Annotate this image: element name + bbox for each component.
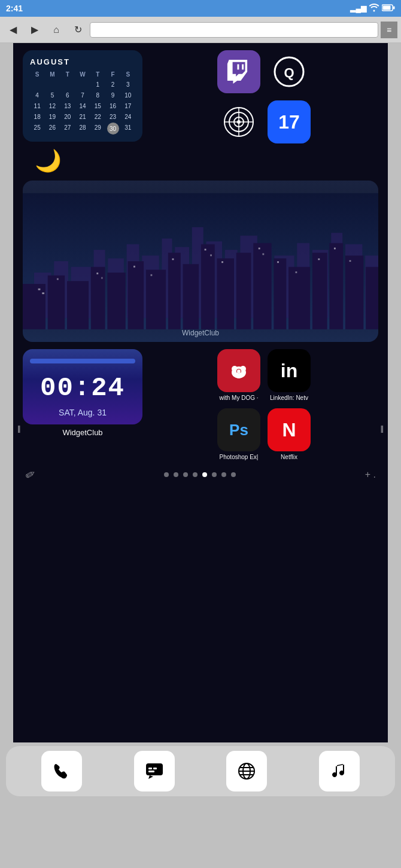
dot-7[interactable] bbox=[221, 472, 226, 477]
page-left-indicator: ▌ bbox=[18, 426, 22, 432]
svg-rect-61 bbox=[205, 249, 206, 250]
plus-icon: + . bbox=[365, 469, 376, 480]
svg-rect-35 bbox=[48, 276, 65, 329]
svg-rect-64 bbox=[259, 247, 260, 249]
svg-rect-36 bbox=[67, 281, 89, 329]
netflix-symbol: N bbox=[282, 419, 296, 441]
dot-8[interactable] bbox=[231, 472, 236, 477]
svg-rect-83 bbox=[153, 768, 157, 769]
cal-header-w: W bbox=[75, 70, 90, 79]
svg-rect-55 bbox=[57, 278, 59, 280]
dot-2[interactable] bbox=[174, 472, 178, 477]
netflix-app-label: Netflix bbox=[281, 454, 297, 460]
wireless-icon-app[interactable] bbox=[217, 100, 260, 143]
linkedin-app-icon[interactable]: in bbox=[268, 349, 311, 392]
svg-rect-44 bbox=[217, 258, 234, 329]
svg-rect-60 bbox=[172, 258, 174, 260]
svg-rect-49 bbox=[312, 253, 327, 329]
address-bar[interactable] bbox=[90, 22, 378, 38]
svg-rect-68 bbox=[318, 258, 320, 260]
svg-rect-50 bbox=[329, 243, 343, 329]
dock-music[interactable] bbox=[319, 751, 360, 791]
dog-app-container[interactable]: with My DOG · bbox=[217, 349, 260, 401]
netflix-app-container[interactable]: N Netflix bbox=[268, 408, 311, 460]
dock-messages[interactable] bbox=[134, 751, 175, 791]
svg-rect-65 bbox=[262, 253, 264, 255]
svg-text:Q: Q bbox=[284, 65, 294, 80]
qobuz-icon-app[interactable]: Q bbox=[268, 50, 311, 93]
menu-button[interactable]: ≡ bbox=[381, 22, 397, 38]
svg-rect-67 bbox=[295, 271, 297, 273]
svg-rect-57 bbox=[101, 277, 103, 279]
svg-rect-40 bbox=[146, 270, 166, 329]
refresh-button[interactable]: ↻ bbox=[68, 20, 87, 39]
photoshop-app-icon[interactable]: Ps bbox=[217, 408, 260, 451]
netflix-app-icon[interactable]: N bbox=[268, 408, 311, 451]
app-grid-top: AUGUST S M T W T F S 1 2 3 4 5 bbox=[13, 43, 388, 143]
signal-icon: ▂▄▆ bbox=[350, 4, 366, 13]
svg-point-76 bbox=[234, 370, 236, 372]
seventeen-label: 17 bbox=[278, 111, 300, 133]
phone-screen: AUGUST S M T W T F S 1 2 3 4 5 bbox=[13, 43, 388, 742]
svg-rect-4 bbox=[237, 64, 239, 69]
calendar-grid: S M T W T F S 1 2 3 4 5 6 7 8 bbox=[30, 70, 135, 135]
clock-date: SAT, Aug. 31 bbox=[30, 408, 135, 417]
svg-rect-45 bbox=[236, 253, 251, 329]
svg-rect-2 bbox=[393, 6, 395, 9]
linkedin-app-label: LinkedIn: Netv bbox=[270, 395, 308, 401]
bottom-icon-row-2: Ps Photoshop Ex| N Netflix bbox=[150, 408, 378, 460]
svg-rect-54 bbox=[42, 292, 44, 294]
svg-rect-38 bbox=[107, 273, 125, 329]
clock-top-bar bbox=[30, 359, 135, 363]
dog-app-label: with My DOG · bbox=[219, 395, 258, 401]
dot-6[interactable] bbox=[212, 472, 217, 477]
page-right-indicator: ▐ bbox=[379, 426, 383, 432]
svg-rect-69 bbox=[334, 247, 336, 249]
linkedin-symbol: in bbox=[281, 360, 297, 382]
photoshop-app-container[interactable]: Ps Photoshop Ex| bbox=[217, 408, 260, 460]
twitch-icon-app[interactable] bbox=[217, 50, 260, 93]
forward-button[interactable]: ▶ bbox=[25, 20, 44, 39]
cal-header-t1: T bbox=[60, 70, 75, 79]
dot-4[interactable] bbox=[193, 472, 198, 477]
svg-rect-52 bbox=[366, 267, 378, 329]
svg-rect-51 bbox=[345, 256, 363, 329]
calendar-widget: AUGUST S M T W T F S 1 2 3 4 5 bbox=[23, 50, 142, 142]
calendar-month: AUGUST bbox=[30, 57, 135, 66]
city-skyline-svg bbox=[23, 181, 378, 342]
clock-widget-label: WidgetClub bbox=[62, 428, 102, 437]
cal-header-f: F bbox=[105, 70, 120, 79]
top-right-icons: Q 17 bbox=[150, 50, 378, 143]
city-widget-label: WidgetClub bbox=[182, 329, 219, 337]
bottom-right-icons: with My DOG · in LinkedIn: Netv Ps Ph bbox=[150, 349, 378, 460]
today-cell: 30 bbox=[107, 123, 119, 135]
svg-rect-59 bbox=[150, 274, 152, 276]
svg-rect-41 bbox=[168, 253, 181, 329]
svg-rect-47 bbox=[274, 258, 286, 329]
back-button[interactable]: ◀ bbox=[4, 20, 23, 39]
svg-rect-63 bbox=[221, 261, 223, 263]
dock bbox=[6, 746, 395, 796]
dot-3[interactable] bbox=[183, 472, 188, 477]
cal-header-m: M bbox=[45, 70, 59, 79]
pencil-icon: ✏ bbox=[22, 466, 38, 483]
bottom-icon-row-1: with My DOG · in LinkedIn: Netv bbox=[150, 349, 378, 401]
city-widget: WidgetClub bbox=[23, 181, 378, 342]
dot-5-active[interactable] bbox=[202, 472, 207, 477]
linkedin-app-container[interactable]: in LinkedIn: Netv bbox=[268, 349, 311, 401]
seventeen-icon-app[interactable]: 17 bbox=[268, 100, 311, 143]
battery-icon bbox=[382, 4, 395, 13]
page-indicator-row: ✏ + . bbox=[13, 465, 388, 484]
dock-phone[interactable] bbox=[41, 751, 82, 791]
moon-icon: 🌙 bbox=[35, 148, 62, 173]
svg-rect-53 bbox=[38, 289, 41, 291]
svg-point-77 bbox=[241, 370, 244, 372]
page-dots bbox=[164, 472, 236, 477]
home-button[interactable]: ⌂ bbox=[47, 20, 66, 39]
dog-app-icon[interactable] bbox=[217, 349, 260, 392]
dot-1[interactable] bbox=[164, 472, 169, 477]
status-time: 2:41 bbox=[6, 4, 23, 13]
dock-browser[interactable] bbox=[226, 751, 267, 791]
svg-rect-82 bbox=[148, 768, 152, 769]
cal-header-t2: T bbox=[90, 70, 105, 79]
